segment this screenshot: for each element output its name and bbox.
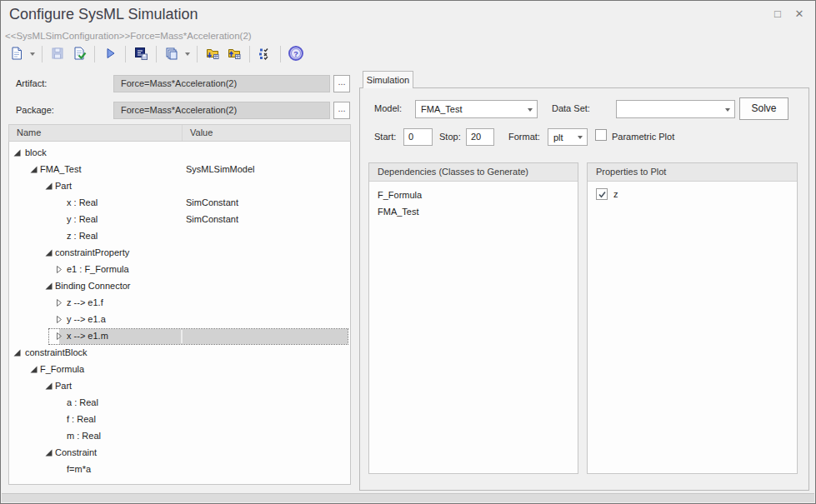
tree-row[interactable]: Constraint — [9, 445, 350, 462]
tree-row[interactable]: block — [9, 145, 350, 162]
package-browse-button[interactable]: ... — [333, 102, 350, 119]
tree-expanded-icon[interactable] — [13, 149, 22, 157]
new-document-button[interactable] — [6, 43, 28, 65]
tree-collapsed-icon[interactable] — [55, 316, 63, 324]
tree-row[interactable]: y --> e1.a — [9, 312, 350, 328]
dependencies-header: Dependencies (Classes to Generate) — [369, 163, 578, 182]
toolbar-separator — [280, 46, 281, 62]
dataset-select[interactable] — [616, 100, 735, 118]
set-options-button[interactable] — [254, 43, 276, 65]
tree-item-name: Part — [55, 181, 72, 191]
property-checkbox[interactable] — [596, 188, 608, 200]
chevron-down-icon — [30, 52, 35, 56]
tree-item-value: SimConstant — [186, 197, 238, 207]
tree-item-name: f=m*a — [67, 464, 91, 474]
chevron-down-icon — [185, 52, 190, 56]
export-folder-button[interactable] — [223, 43, 245, 65]
export-folder-icon — [227, 46, 242, 62]
artifact-label: Artifact: — [16, 78, 47, 88]
tree-collapsed-icon[interactable] — [55, 299, 63, 307]
tree-row[interactable]: constraintBlock — [9, 345, 350, 362]
tree-row[interactable]: f=m*a — [9, 462, 350, 478]
properties-to-plot-list: Properties to Plot z — [587, 162, 798, 474]
artifact-browse-button[interactable]: ... — [333, 75, 350, 92]
tree-expanded-icon[interactable] — [30, 166, 38, 174]
tree-row[interactable]: FMA_TestSysMLSimModel — [9, 162, 350, 178]
chevron-down-icon — [578, 136, 583, 139]
tree-row[interactable]: a : Real — [9, 395, 350, 412]
tree-row[interactable]: F_Formula — [9, 362, 350, 378]
toolbar: ? — [6, 42, 307, 66]
dependency-item[interactable]: F_Formula — [369, 187, 578, 203]
selected-row-column-divider — [181, 330, 183, 343]
tree-item-name: constraintBlock — [25, 347, 88, 357]
close-button[interactable]: ✕ — [792, 7, 807, 21]
tree-row[interactable]: f : Real — [9, 412, 350, 428]
maximize-button[interactable]: □ — [770, 7, 785, 21]
play-icon — [103, 46, 118, 62]
tree-item-name: Constraint — [55, 447, 97, 457]
tree-expanded-icon[interactable] — [30, 366, 38, 374]
column-header-value[interactable]: Value — [182, 125, 350, 141]
tree-item-name: constraintProperty — [55, 247, 129, 257]
tree-item-name: y --> e1.a — [67, 314, 106, 324]
copy-stack-button[interactable] — [161, 43, 183, 65]
tree-item-name: m : Real — [67, 431, 101, 441]
tree-expanded-icon[interactable] — [13, 349, 22, 357]
toolbar-separator — [94, 46, 95, 62]
tree-row[interactable]: Part — [9, 378, 350, 395]
generate-code-button[interactable] — [130, 43, 152, 65]
tree-row[interactable]: Binding Connector — [9, 278, 350, 295]
tree-item-name: y : Real — [67, 214, 98, 224]
import-folder-button[interactable] — [202, 43, 223, 65]
tree-expanded-icon[interactable] — [45, 282, 53, 291]
tree-collapsed-icon[interactable] — [55, 332, 63, 341]
tab-simulation[interactable]: Simulation — [363, 71, 413, 88]
column-header-name[interactable]: Name — [9, 125, 182, 141]
model-select[interactable]: FMA_Test — [415, 100, 538, 118]
help-button[interactable]: ? — [285, 43, 307, 65]
model-label: Model: — [374, 103, 402, 113]
save-icon — [50, 46, 65, 62]
start-input[interactable]: 0 — [403, 128, 433, 146]
new-document-dropdown[interactable] — [28, 43, 38, 65]
tree-row[interactable]: constraintProperty — [9, 245, 350, 262]
tree-item-value: SimConstant — [186, 214, 238, 224]
tree-row[interactable]: e1 : F_Formula — [9, 262, 350, 278]
tree-row[interactable]: z : Real — [9, 228, 350, 245]
artifact-field: Force=Mass*Acceleration(2) — [113, 75, 330, 92]
run-simulation-button[interactable] — [99, 43, 121, 65]
tree-expanded-icon[interactable] — [45, 182, 53, 191]
tree-row[interactable]: Part — [9, 178, 350, 195]
window-controls: □ ✕ — [770, 7, 807, 21]
tree-row[interactable]: z --> e1.f — [9, 295, 350, 312]
tree-collapsed-icon[interactable] — [55, 266, 63, 274]
parametric-plot-label: Parametric Plot — [612, 132, 674, 142]
tree-row[interactable]: y : RealSimConstant — [9, 212, 350, 228]
parametric-plot-checkbox[interactable] — [595, 129, 607, 141]
tree-expanded-icon[interactable] — [45, 449, 53, 457]
toolbar-separator — [125, 46, 126, 62]
tree-row[interactable]: x --> e1.m — [9, 328, 350, 345]
validate-icon — [72, 46, 87, 62]
format-select[interactable]: plt — [548, 128, 588, 146]
tree-expanded-icon[interactable] — [45, 382, 53, 391]
tree-item-name: FMA_Test — [40, 164, 82, 174]
dependency-item[interactable]: FMA_Test — [369, 203, 578, 220]
model-tree: blockFMA_TestSysMLSimModelPartx : RealSi… — [8, 142, 351, 485]
validate-button[interactable] — [68, 43, 90, 65]
tree-item-name: z : Real — [67, 231, 98, 241]
format-label: Format: — [508, 132, 540, 142]
tree-row[interactable]: x : RealSimConstant — [9, 195, 350, 212]
tree-row[interactable]: m : Real — [9, 428, 350, 445]
package-field: Force=Mass*Acceleration(2) — [113, 102, 330, 119]
svg-text:?: ? — [293, 50, 298, 58]
stop-input[interactable]: 20 — [466, 128, 494, 146]
solve-button[interactable]: Solve — [739, 97, 788, 120]
copy-stack-dropdown[interactable] — [183, 43, 193, 65]
save-button[interactable] — [47, 43, 68, 65]
chevron-down-icon — [725, 108, 730, 112]
property-item[interactable]: z — [588, 187, 797, 203]
tree-expanded-icon[interactable] — [45, 249, 53, 257]
tree-item-name: x : Real — [67, 197, 98, 207]
